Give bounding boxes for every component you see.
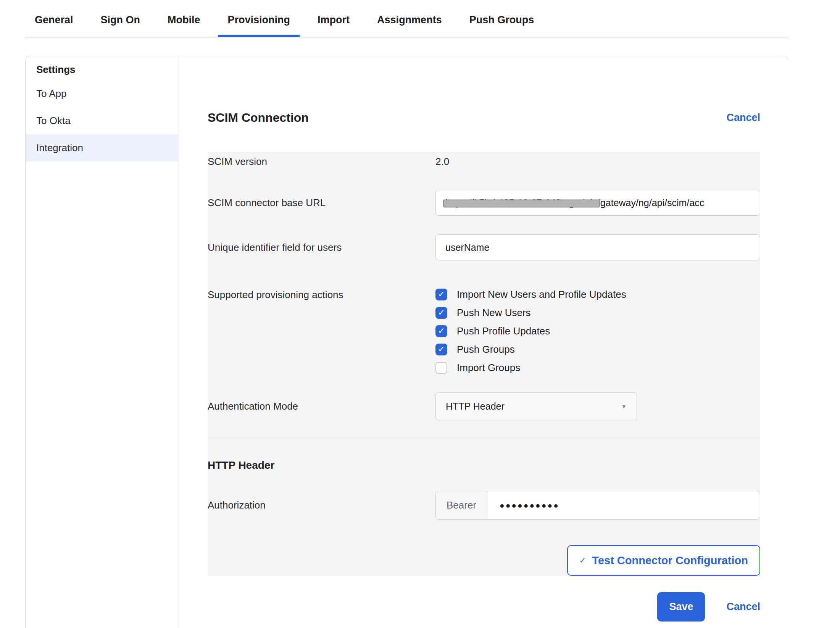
check-icon: ✓ [438, 327, 445, 335]
title-row: SCIM Connection Cancel [208, 111, 760, 124]
http-header-section: HTTP Header Authorization Bearer ●●●●●●●… [208, 438, 760, 576]
form-actions: Save Cancel [208, 592, 760, 622]
scim-connection-section: SCIM version 2.0 SCIM connector base URL… [208, 152, 760, 438]
scim-settings-panel: SCIM version 2.0 SCIM connector base URL… [208, 152, 760, 576]
unique-identifier-input[interactable] [435, 234, 760, 260]
http-header-heading: HTTP Header [208, 459, 760, 471]
test-connector-row: ✓ Test Connector Configuration [208, 545, 760, 576]
sidebar-title: Settings [26, 56, 179, 76]
base-url-redacted-text: https://b5bd-135-19-67-148.ngrok.io [445, 197, 598, 208]
tab-provisioning[interactable]: Provisioning [218, 5, 300, 37]
base-url-label: SCIM connector base URL [208, 197, 435, 209]
sidebar-item-to-app[interactable]: To App [26, 80, 179, 107]
checkbox-row-push-groups[interactable]: ✓ Push Groups [435, 340, 760, 358]
auth-mode-selected-value: HTTP Header [446, 401, 505, 412]
tab-import[interactable]: Import [308, 5, 359, 37]
scim-version-label: SCIM version [208, 156, 435, 168]
scim-version-value: 2.0 [435, 156, 760, 168]
provisioning-actions-row: Supported provisioning actions ✓ Import … [208, 285, 760, 377]
base-url-visible-suffix: /gateway/ng/api/scim/acc [598, 197, 704, 208]
sidebar-item-to-okta[interactable]: To Okta [26, 107, 179, 134]
check-icon: ✓ [579, 556, 586, 565]
tab-assignments[interactable]: Assignments [368, 5, 451, 37]
provisioning-actions-label: Supported provisioning actions [208, 285, 435, 301]
tab-general[interactable]: General [25, 5, 83, 37]
page-container: General Sign On Mobile Provisioning Impo… [25, 0, 788, 628]
page-title: SCIM Connection [208, 111, 309, 125]
provisioning-actions-list: ✓ Import New Users and Profile Updates ✓… [435, 285, 760, 377]
sidebar-list: To App To Okta Integration [26, 80, 179, 161]
checkbox-row-push-new-users[interactable]: ✓ Push New Users [435, 304, 760, 322]
checkbox-label: Push Profile Updates [457, 325, 550, 337]
auth-mode-label: Authentication Mode [208, 400, 435, 412]
checkbox-import-groups[interactable] [435, 362, 447, 374]
provisioning-card: Settings To App To Okta Integration SCIM… [25, 56, 788, 628]
unique-identifier-label: Unique identifier field for users [208, 242, 435, 253]
base-url-row: SCIM connector base URL https://b5bd-135… [208, 190, 760, 216]
chevron-down-icon: ▼ [621, 403, 627, 410]
unique-identifier-row: Unique identifier field for users [208, 234, 760, 260]
check-icon: ✓ [438, 345, 445, 354]
checkbox-label: Import Groups [457, 362, 520, 374]
checkbox-row-import-groups[interactable]: Import Groups [435, 358, 760, 377]
authorization-row: Authorization Bearer ●●●●●●●●●● [208, 491, 760, 520]
checkbox-import-users[interactable]: ✓ [435, 289, 447, 300]
check-icon: ✓ [438, 308, 445, 317]
authorization-label: Authorization [208, 499, 435, 511]
checkbox-label: Push Groups [457, 344, 515, 355]
redaction-bar [443, 199, 600, 207]
checkbox-label: Import New Users and Profile Updates [457, 289, 626, 300]
sidebar-item-integration[interactable]: Integration [26, 134, 179, 161]
save-button[interactable]: Save [657, 592, 705, 622]
check-icon: ✓ [438, 290, 445, 299]
checkbox-row-push-profile-updates[interactable]: ✓ Push Profile Updates [435, 322, 760, 340]
tab-push-groups[interactable]: Push Groups [460, 5, 544, 37]
checkbox-label: Push New Users [457, 307, 531, 319]
test-connector-button-label: Test Connector Configuration [592, 554, 748, 567]
bearer-prefix: Bearer [436, 491, 487, 519]
auth-mode-select[interactable]: HTTP Header ▼ [435, 392, 637, 420]
cancel-link-top[interactable]: Cancel [726, 112, 760, 124]
auth-mode-row: Authentication Mode HTTP Header ▼ [208, 392, 760, 420]
scim-version-row: SCIM version 2.0 [208, 156, 760, 168]
cancel-link-bottom[interactable]: Cancel [726, 601, 760, 613]
authorization-input-group: Bearer ●●●●●●●●●● [435, 491, 760, 520]
app-tab-bar: General Sign On Mobile Provisioning Impo… [25, 0, 788, 37]
test-connector-configuration-button[interactable]: ✓ Test Connector Configuration [567, 545, 760, 576]
tab-mobile[interactable]: Mobile [158, 5, 210, 37]
checkbox-push-profile-updates[interactable]: ✓ [435, 325, 447, 337]
checkbox-row-import-users[interactable]: ✓ Import New Users and Profile Updates [435, 285, 760, 304]
authorization-token-input[interactable]: ●●●●●●●●●● [487, 491, 760, 519]
tab-sign-on[interactable]: Sign On [91, 5, 150, 37]
checkbox-push-groups[interactable]: ✓ [435, 344, 447, 355]
base-url-input[interactable]: https://b5bd-135-19-67-148.ngrok.io /gat… [435, 190, 760, 216]
settings-sidebar: Settings To App To Okta Integration [26, 56, 179, 628]
checkbox-push-new-users[interactable]: ✓ [435, 307, 447, 319]
main-content: SCIM Connection Cancel SCIM version 2.0 … [179, 56, 788, 628]
